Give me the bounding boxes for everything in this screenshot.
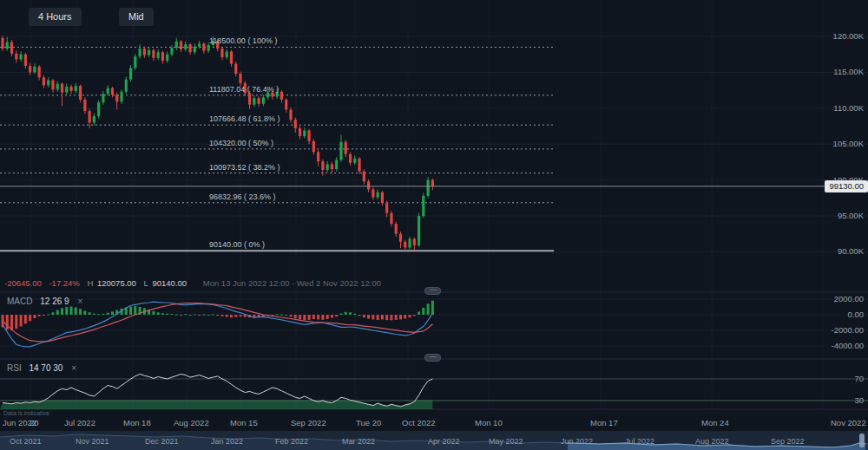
pane-resize-handle-macd[interactable] bbox=[424, 287, 441, 295]
fib-level-label: 111807.04 ( 76.4% ) bbox=[209, 85, 279, 94]
symbol-legend: -20645.00 -17.24% H 120075.00 L 90140.00… bbox=[4, 278, 386, 288]
time-axis-label: Nov 2022 bbox=[831, 418, 866, 427]
change-percent: -17.24% bbox=[49, 278, 79, 288]
timeframe-button[interactable]: 4 Hours bbox=[29, 8, 82, 26]
time-axis-label: Sep 2022 bbox=[291, 418, 326, 427]
last-price-tag: 99130.00 bbox=[825, 180, 868, 192]
date-range: Mon 13 Jun 2022 12:00 - Wed 2 Nov 2022 1… bbox=[203, 278, 381, 288]
time-axis-label: Mon 10 bbox=[475, 418, 503, 427]
pane-resize-handle-rsi[interactable] bbox=[424, 354, 441, 362]
price-axis-label: 105.00K bbox=[816, 139, 864, 148]
rsi-pane-legend: RSI 14 70 30 × bbox=[7, 363, 76, 373]
navigator-month-label: Mar 2022 bbox=[342, 437, 375, 446]
price-axis-label: 110.00K bbox=[816, 103, 864, 113]
low-value: 90140.00 bbox=[152, 278, 187, 288]
fib-level-label: 107666.48 ( 61.8% ) bbox=[209, 114, 280, 123]
rsi-close-icon[interactable]: × bbox=[71, 363, 76, 373]
fibonacci-layer bbox=[0, 47, 554, 251]
navigator-month-label: Feb 2022 bbox=[275, 437, 308, 446]
rsi-axis-label: 30 bbox=[816, 395, 864, 405]
grid-layer bbox=[0, 0, 868, 409]
low-label: L bbox=[144, 278, 148, 288]
fib-level-label: 118500.00 ( 100% ) bbox=[209, 36, 277, 45]
macd-pane-legend: MACD 12 26 9 × bbox=[7, 297, 82, 306]
price-axis-label: 120.00K bbox=[816, 31, 864, 41]
chart-canvas bbox=[0, 0, 868, 450]
data-indicative-note: Data is indicative bbox=[3, 410, 49, 416]
fib-level-label: 90140.00 ( 0% ) bbox=[209, 240, 265, 249]
time-axis-label: Mon 17 bbox=[590, 418, 618, 427]
macd-name: MACD bbox=[7, 297, 32, 306]
navigator-month-label: Apr 2022 bbox=[428, 437, 460, 446]
time-axis-label: Oct 2022 bbox=[402, 418, 436, 427]
time-axis-label: Mon 15 bbox=[230, 418, 258, 427]
rsi-name: RSI bbox=[7, 363, 22, 373]
price-axis-label: 115.00K bbox=[816, 67, 864, 76]
time-axis-label: Mon 18 bbox=[123, 418, 151, 427]
time-axis-label: Aug 2022 bbox=[174, 418, 209, 427]
high-value: 120075.00 bbox=[97, 278, 136, 288]
navigator-month-label: Jul 2022 bbox=[625, 437, 654, 446]
navigator-right-handle[interactable] bbox=[859, 434, 865, 447]
high-label: H bbox=[87, 278, 93, 288]
time-axis-label: Jul 2022 bbox=[64, 418, 95, 427]
macd-axis-label: -4000.00 bbox=[816, 341, 864, 350]
change-value: -20645.00 bbox=[4, 278, 42, 288]
macd-layer bbox=[2, 301, 434, 347]
macd-close-icon[interactable]: × bbox=[77, 297, 82, 306]
macd-params: 12 26 9 bbox=[40, 297, 69, 306]
price-axis-label: 90.00K bbox=[816, 246, 864, 256]
fib-level-label: 104320.00 ( 50% ) bbox=[209, 139, 273, 147]
rsi-params: 14 70 30 bbox=[29, 363, 62, 373]
price-axis-label: 95.00K bbox=[816, 211, 864, 220]
navigator-month-label: Jan 2022 bbox=[211, 437, 243, 446]
chart-app: 4 Hours Mid -20645.00 -17.24% H 120075.0… bbox=[0, 0, 868, 450]
navigator-month-label: May 2022 bbox=[489, 437, 523, 446]
macd-axis-label: -2000.00 bbox=[816, 325, 864, 335]
time-axis-label: 20 bbox=[30, 418, 39, 427]
time-axis-label: Mon 24 bbox=[701, 418, 729, 427]
navigator-month-label: Oct 2021 bbox=[10, 437, 42, 446]
navigator-month-label: Jun 2022 bbox=[561, 437, 593, 446]
mid-price-button[interactable]: Mid bbox=[119, 8, 154, 26]
macd-axis-label: 2000.00 bbox=[816, 294, 864, 303]
navigator-month-label: Dec 2021 bbox=[145, 437, 179, 446]
navigator-month-label: Aug 2022 bbox=[695, 437, 729, 446]
fib-level-label: 100973.52 ( 38.2% ) bbox=[209, 163, 280, 172]
macd-axis-label: 0.00 bbox=[816, 310, 864, 319]
rsi-axis-label: 70 bbox=[816, 374, 864, 383]
navigator-month-label: Nov 2021 bbox=[76, 437, 109, 446]
navigator-month-label: Sep 2022 bbox=[771, 437, 805, 446]
fib-level-label: 96832.96 ( 23.6% ) bbox=[209, 192, 276, 201]
time-axis-label: Tue 20 bbox=[356, 418, 381, 427]
